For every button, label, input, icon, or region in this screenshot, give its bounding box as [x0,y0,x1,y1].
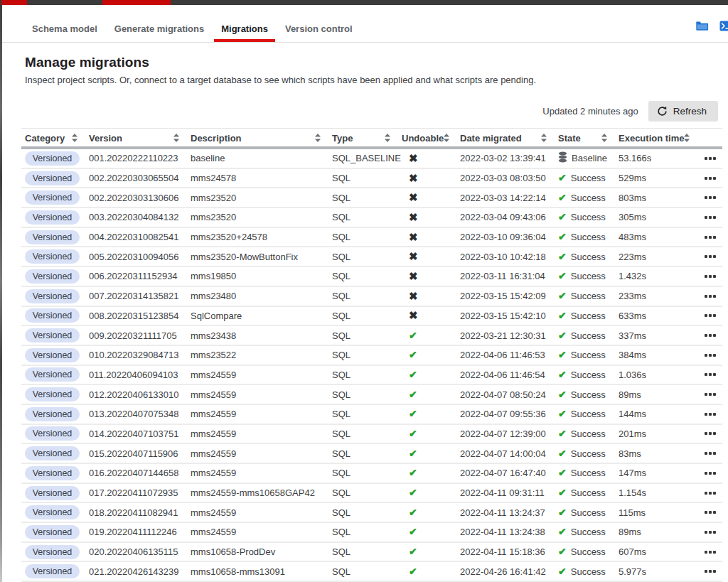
column-header-undoable[interactable]: Undoable [402,133,460,144]
page-subtitle: Inspect project scripts. Or, connect to … [25,75,728,85]
execution-time-cell: 53.166s [619,153,693,163]
row-actions-button[interactable] [702,251,719,262]
sort-icon [684,134,690,142]
column-header-type[interactable]: Type [332,133,402,144]
row-actions-button[interactable] [702,212,719,223]
success-check-icon: ✔ [558,527,567,537]
undoable-check-icon: ✔ [409,409,417,419]
table-row: Versioned 017.20220411072935 mms24559-mm… [21,484,722,504]
date-migrated-cell: 2022-04-06 11:46:53 [460,350,558,360]
category-badge: Versioned [25,269,80,284]
version-cell: 008.20220315123854 [89,311,191,321]
version-cell: 002.20220303130606 [89,193,191,203]
success-check-icon: ✔ [558,566,567,577]
execution-time-cell: 633ms [619,311,693,321]
row-actions-button[interactable] [702,291,719,302]
category-badge: Versioned [25,348,80,362]
table-row: Versioned 005.20220310094056 mms23520-Mo… [21,247,722,267]
column-header-category[interactable]: Category [25,133,89,144]
refresh-icon [657,106,668,117]
column-header-description[interactable]: Description [191,133,332,144]
column-header-version[interactable]: Version [89,133,191,144]
row-actions-button[interactable] [702,448,719,459]
category-badge: Versioned [25,230,80,244]
date-migrated-cell: 2022-03-11 16:31:04 [460,271,558,281]
version-cell: 019.20220411112246 [89,527,191,537]
state-label: Success [571,566,606,577]
version-cell: 003.20220304084132 [89,212,191,222]
refresh-button[interactable]: Refresh [648,101,718,122]
row-actions-button[interactable] [702,546,719,558]
date-migrated-cell: 2022-03-03 14:22:14 [460,193,558,203]
type-cell: SQL [332,291,402,301]
row-actions-button[interactable] [702,232,719,243]
row-actions-button[interactable] [702,389,719,400]
date-migrated-cell: 2022-03-21 12:30:31 [460,330,558,341]
row-actions-button[interactable] [702,330,719,341]
row-actions-button[interactable] [702,271,719,282]
category-badge: Versioned [25,249,80,264]
table-row: Versioned 013.20220407075348 mms24559 SQ… [21,405,722,425]
tab-migrations[interactable]: Migrations [214,23,275,42]
description-cell: mms24559 [191,370,332,380]
column-header-execution-time[interactable]: Execution time [619,133,693,144]
type-cell: SQL [332,448,402,459]
undoable-cross-icon: ✖ [409,291,418,302]
row-actions-button[interactable] [702,507,719,518]
execution-time-cell: 483ms [619,232,693,242]
row-actions-button[interactable] [702,369,719,380]
success-check-icon: ✔ [558,507,567,518]
table-row: Versioned 012.20220406133010 mms24559 SQ… [21,385,722,405]
undoable-check-icon: ✔ [409,507,417,518]
corner-icons [695,21,728,31]
type-cell: SQL [332,566,402,577]
column-header-date-migrated[interactable]: Date migrated [460,133,558,144]
sort-icon [72,134,77,142]
row-actions-button[interactable] [702,566,719,577]
description-cell: mms23520 [191,193,332,203]
category-badge: Versioned [25,486,80,500]
description-cell: mms10658-ProdDev [191,546,332,557]
type-cell: SQL [332,507,402,518]
category-badge: Versioned [25,407,80,421]
category-badge: Versioned [25,505,80,519]
undoable-cross-icon: ✖ [409,232,418,243]
row-actions-button[interactable] [702,153,719,164]
tab-generate-migrations[interactable]: Generate migrations [114,23,204,42]
category-badge: Versioned [25,446,80,460]
terminal-icon[interactable] [719,21,728,31]
tab-schema-model[interactable]: Schema model [32,23,97,42]
state-label: Success [571,330,606,341]
execution-time-cell: 147ms [619,468,693,478]
execution-time-cell: 201ms [619,429,693,439]
row-actions-button[interactable] [702,192,719,203]
category-badge: Versioned [25,426,80,441]
column-header-state[interactable]: State [558,133,619,144]
tab-version-control[interactable]: Version control [285,23,353,42]
success-check-icon: ✔ [558,330,567,341]
undoable-check-icon: ✔ [409,370,417,380]
row-actions-button[interactable] [702,468,719,479]
row-actions-button[interactable] [702,428,719,439]
row-actions-button[interactable] [702,310,719,321]
date-migrated-cell: 2022-04-07 16:47:40 [460,468,558,478]
row-actions-button[interactable] [702,527,719,538]
column-header-label: Category [25,133,65,144]
table-row: Versioned 006.20220311152934 mms19850 SQ… [21,267,722,287]
folder-icon[interactable] [695,21,709,31]
date-migrated-cell: 2022-04-11 09:31:11 [460,487,558,498]
undoable-check-icon: ✔ [409,330,417,341]
row-actions-button[interactable] [702,409,719,420]
table-row: Versioned 003.20220304084132 mms23520 SQ… [21,208,722,228]
description-cell: baseline [191,153,332,163]
date-migrated-cell: 2022-04-11 15:18:36 [460,546,558,557]
column-header-label: State [558,133,581,144]
updated-text: Updated 2 minutes ago [542,106,638,117]
row-actions-button[interactable] [702,487,719,499]
description-cell: mms24559 [191,409,332,419]
row-actions-button[interactable] [702,350,719,361]
row-actions-button[interactable] [702,173,719,184]
category-badge: Versioned [25,190,80,205]
category-badge: Versioned [25,466,80,480]
date-migrated-cell: 2022-04-07 08:50:24 [460,389,558,400]
